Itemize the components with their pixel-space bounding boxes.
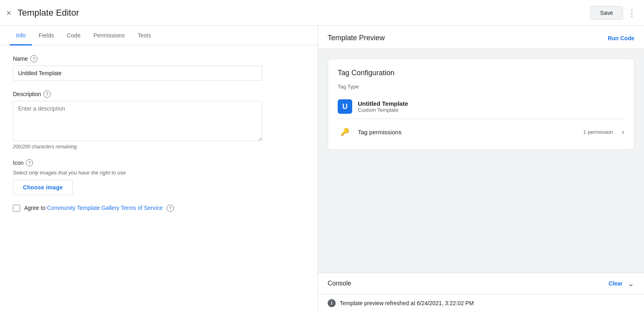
tos-help-icon[interactable]: ? bbox=[167, 205, 174, 212]
clear-button[interactable]: Clear bbox=[609, 280, 623, 287]
info-icon: i bbox=[328, 299, 336, 307]
tos-label: Agree to Community Template Gallery Term… bbox=[24, 205, 174, 212]
tab-fields[interactable]: Fields bbox=[32, 26, 60, 45]
tos-checkbox-row: Agree to Community Template Gallery Term… bbox=[13, 205, 305, 212]
app-header: × Template Editor Save ⋮ bbox=[0, 0, 644, 26]
header-right: Save ⋮ bbox=[590, 6, 638, 20]
icon-field-group: Icon ? Select only images that you have … bbox=[13, 159, 305, 195]
template-name: Untitled Template bbox=[358, 100, 408, 107]
tag-config-title: Tag Configuration bbox=[338, 69, 624, 77]
tab-permissions[interactable]: Permissions bbox=[87, 26, 131, 45]
console-title: Console bbox=[328, 280, 351, 287]
page-title: Template Editor bbox=[18, 8, 79, 18]
tos-checkbox[interactable] bbox=[13, 205, 20, 212]
preview-area: Tag Configuration Tag Type U Untitled Te… bbox=[318, 49, 644, 273]
tag-type-info: Untitled Template Custom Template bbox=[358, 100, 408, 113]
description-textarea[interactable] bbox=[13, 101, 262, 141]
console-message: Template preview refreshed at 6/24/2021,… bbox=[340, 300, 474, 306]
description-help-icon[interactable]: ? bbox=[43, 90, 51, 98]
description-label: Description ? bbox=[13, 90, 305, 98]
form-area: Name ? Description ? 200/200 characters … bbox=[0, 45, 318, 312]
preview-title: Template Preview bbox=[328, 34, 385, 42]
tab-tests[interactable]: Tests bbox=[131, 26, 157, 45]
name-field-group: Name ? bbox=[13, 55, 305, 81]
console-actions: Clear ⌄ bbox=[609, 279, 634, 288]
chevron-right-icon: › bbox=[622, 128, 624, 136]
close-icon[interactable]: × bbox=[6, 9, 11, 17]
run-code-button[interactable]: Run Code bbox=[608, 35, 634, 41]
description-label-text: Description bbox=[13, 91, 41, 97]
tag-permissions-row[interactable]: 🔑 Tag permissions 1 permission › bbox=[338, 119, 624, 140]
tag-permissions-label: Tag permissions bbox=[358, 129, 578, 135]
template-subtitle: Custom Template bbox=[358, 107, 408, 113]
tab-code[interactable]: Code bbox=[60, 26, 87, 45]
key-icon: 🔑 bbox=[338, 125, 352, 139]
icon-help-icon[interactable]: ? bbox=[26, 159, 33, 166]
right-panel: Template Preview Run Code Tag Configurat… bbox=[318, 26, 644, 312]
console-header: Console Clear ⌄ bbox=[318, 273, 644, 294]
left-panel: Info Fields Code Permissions Tests Name … bbox=[0, 26, 318, 312]
more-icon[interactable]: ⋮ bbox=[626, 6, 638, 19]
icon-label: Icon ? bbox=[13, 159, 305, 166]
main-layout: Info Fields Code Permissions Tests Name … bbox=[0, 26, 644, 312]
icon-label-text: Icon bbox=[13, 160, 23, 166]
save-button[interactable]: Save bbox=[590, 6, 623, 20]
name-input[interactable] bbox=[13, 66, 262, 81]
header-left: × Template Editor bbox=[6, 8, 79, 18]
console-section: Console Clear ⌄ i Template preview refre… bbox=[318, 273, 644, 312]
tos-link[interactable]: Community Template Gallery Terms of Serv… bbox=[47, 205, 163, 211]
right-header: Template Preview Run Code bbox=[318, 26, 644, 49]
tab-info[interactable]: Info bbox=[10, 26, 32, 45]
name-label: Name ? bbox=[13, 55, 305, 62]
name-help-icon[interactable]: ? bbox=[30, 55, 37, 62]
choose-image-button[interactable]: Choose image bbox=[13, 180, 73, 195]
tag-type-label: Tag Type bbox=[338, 84, 624, 90]
tag-config-card: Tag Configuration Tag Type U Untitled Te… bbox=[328, 59, 634, 150]
description-field-group: Description ? 200/200 characters remaini… bbox=[13, 90, 305, 150]
char-count: 200/200 characters remaining bbox=[13, 144, 305, 150]
tabs-bar: Info Fields Code Permissions Tests bbox=[0, 26, 318, 45]
name-label-text: Name bbox=[13, 55, 28, 62]
collapse-icon[interactable]: ⌄ bbox=[627, 279, 634, 288]
icon-description: Select only images that you have the rig… bbox=[13, 170, 305, 176]
tag-type-icon: U bbox=[338, 99, 352, 114]
tos-agree-text: Agree to bbox=[24, 205, 47, 211]
tag-type-row: U Untitled Template Custom Template bbox=[338, 94, 624, 119]
console-log-row: i Template preview refreshed at 6/24/202… bbox=[318, 294, 644, 312]
permissions-count: 1 permission bbox=[583, 129, 613, 135]
